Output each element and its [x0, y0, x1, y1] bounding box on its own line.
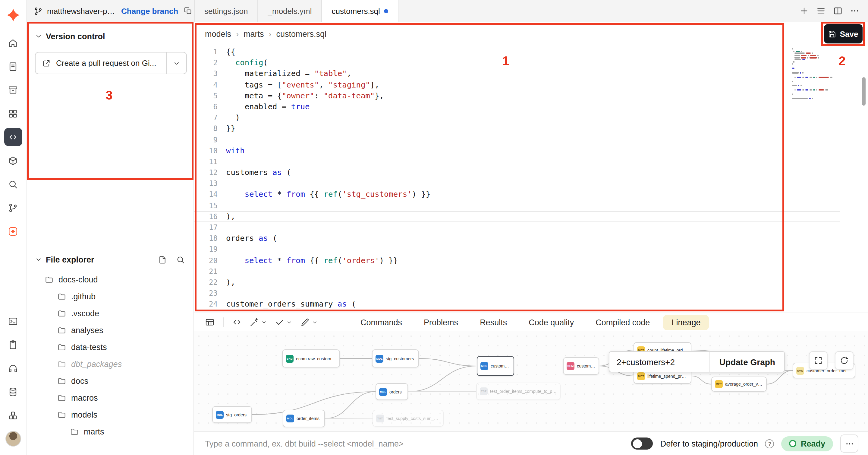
rail-item-clipboard[interactable]	[4, 336, 22, 353]
refresh-graph-button[interactable]	[835, 351, 854, 370]
code-line-23[interactable]: 23	[194, 288, 840, 299]
code-line-12[interactable]: 12customers as (	[194, 167, 840, 178]
file-explorer-header[interactable]: File explorer	[27, 250, 193, 268]
rail-item-code-editor[interactable]	[4, 128, 22, 146]
code-line-8[interactable]: 8}}	[194, 123, 840, 134]
code-line-11[interactable]: 11	[194, 156, 840, 167]
file-tree-item-.github[interactable]: .github	[27, 288, 193, 305]
code-line-14[interactable]: 14 select * from {{ ref('stg_customers')…	[194, 189, 840, 200]
command-input[interactable]	[204, 438, 624, 449]
bottom-tab-code-quality[interactable]: Code quality	[520, 315, 582, 330]
create-pr-button[interactable]: Create a pull request on Gi...	[36, 53, 166, 74]
rail-item-cube[interactable]	[4, 151, 22, 170]
file-tree-item-dbt_packages[interactable]: dbt_packages	[27, 356, 193, 372]
fullscreen-button[interactable]	[809, 351, 828, 370]
lineage-node-customers[interactable]: SEMcustomers	[563, 357, 599, 375]
code-line-16[interactable]: 16),	[194, 211, 840, 222]
file-tree-item-data-tests[interactable]: data-tests	[27, 339, 193, 356]
rail-item-git-branch[interactable]	[4, 199, 22, 217]
code-line-18[interactable]: 18orders as (	[194, 233, 840, 244]
rail-item-dbt-cloud[interactable]	[4, 222, 22, 240]
lineage-node-orders[interactable]: MDLorders	[375, 383, 408, 400]
code-line-21[interactable]: 21	[194, 266, 840, 277]
more-options-button[interactable]	[840, 434, 858, 453]
tab-_models.yml[interactable]: _models.yml	[258, 0, 322, 22]
rail-item-profile[interactable]	[4, 430, 22, 448]
rail-item-grid[interactable]	[4, 105, 22, 122]
file-tree-item-models[interactable]: models	[27, 406, 193, 423]
lineage-node-stg_orders[interactable]: MDLstg_orders	[212, 406, 252, 423]
fix-button[interactable]	[299, 316, 319, 328]
lineage-node-order_items[interactable]: MDLorder_items	[283, 410, 325, 427]
copy-branch-button[interactable]	[184, 7, 192, 15]
rail-item-boxes[interactable]	[4, 406, 22, 424]
code-line-6[interactable]: 6 enabled = true	[194, 102, 840, 112]
save-button[interactable]: Save	[824, 24, 863, 44]
update-graph-button[interactable]: Update Graph	[710, 352, 784, 372]
lineage-node-stg_customers[interactable]: MDLstg_customers	[372, 349, 419, 368]
version-control-header[interactable]: Version control	[35, 28, 185, 44]
defer-toggle[interactable]	[631, 437, 653, 450]
code-line-9[interactable]: 9	[194, 134, 840, 145]
lint-button[interactable]	[274, 316, 293, 328]
code-line-17[interactable]: 17	[194, 222, 840, 233]
rail-item-terminal[interactable]	[4, 312, 22, 330]
code-line-3[interactable]: 3 materialized = "table",	[194, 68, 840, 79]
code-line-13[interactable]: 13	[194, 178, 840, 189]
code-line-1[interactable]: 1{{	[194, 47, 840, 57]
change-branch-link[interactable]: Change branch	[121, 6, 178, 16]
help-icon[interactable]: ?	[765, 439, 774, 448]
table-button[interactable]	[204, 316, 216, 328]
tab-settings.json[interactable]: settings.json	[194, 0, 258, 22]
file-tree-item-docs[interactable]: docs	[27, 372, 193, 389]
ellipsis-icon[interactable]	[850, 6, 860, 16]
rail-item-database[interactable]	[4, 382, 22, 401]
file-tree-item-analyses[interactable]: analyses	[27, 322, 193, 339]
rail-item-search[interactable]	[4, 175, 22, 193]
code-line-10[interactable]: 10with	[194, 145, 840, 156]
lineage-node-ecom.raw_customers[interactable]: SRCecom.raw_customers	[282, 349, 340, 368]
plus-icon[interactable]	[799, 6, 809, 16]
tab-customers.sql[interactable]: customers.sql	[322, 0, 398, 22]
code-line-19[interactable]: 19	[194, 244, 840, 255]
format-button[interactable]	[248, 316, 268, 328]
rail-item-home[interactable]	[4, 34, 22, 52]
minimap[interactable]	[792, 48, 841, 99]
file-tree-item-docs-cloud[interactable]: docs-cloud	[27, 271, 193, 288]
lineage-node-test_order_items_compute_to_pools_correctly[interactable]: TSTtest_order_items_compute_to_pools_cor…	[476, 382, 561, 400]
file-tree-item-.vscode[interactable]: .vscode	[27, 305, 193, 322]
code-button[interactable]	[231, 316, 243, 328]
rail-item-headphones[interactable]	[4, 359, 22, 377]
bottom-tab-commands[interactable]: Commands	[352, 315, 410, 330]
rail-item-dbt-logo[interactable]	[4, 6, 22, 24]
rail-item-archive[interactable]	[4, 81, 22, 99]
code-line-20[interactable]: 20 select * from {{ ref('orders') }}	[194, 255, 840, 266]
bottom-tab-lineage[interactable]: Lineage	[663, 315, 709, 330]
code-line-15[interactable]: 15	[194, 200, 840, 211]
lineage-node-test_supply_costs_sum_correctly[interactable]: TSTtest_supply_costs_sum_correctly	[373, 410, 444, 427]
code-line-24[interactable]: 24customer_orders_summary as (	[194, 299, 840, 310]
list-icon[interactable]	[816, 6, 826, 16]
breadcrumb-item[interactable]: models	[205, 29, 231, 38]
bottom-tab-compiled-code[interactable]: Compiled code	[587, 315, 658, 330]
new-file-icon[interactable]	[158, 255, 167, 264]
breadcrumb-item[interactable]: marts	[244, 29, 264, 38]
breadcrumb-item[interactable]: customers.sql	[276, 29, 327, 38]
bottom-tab-results[interactable]: Results	[471, 315, 516, 330]
lineage-selector-input[interactable]	[610, 352, 710, 372]
search-icon[interactable]	[176, 255, 185, 264]
rail-item-notebook[interactable]	[4, 57, 22, 76]
lineage-node-customers[interactable]: MDLcustomers	[477, 356, 514, 376]
split-icon[interactable]	[833, 6, 843, 16]
create-pr-dropdown[interactable]	[166, 53, 186, 74]
bottom-tab-problems[interactable]: Problems	[415, 315, 467, 330]
editor-scrollbar[interactable]	[862, 77, 866, 106]
code-line-4[interactable]: 4 tags = ["events", "staging"],	[194, 79, 840, 90]
file-tree-item-marts[interactable]: marts	[27, 423, 193, 440]
file-tree-item-macros[interactable]: macros	[27, 389, 193, 406]
code-editor[interactable]: 1{{2 config(3 materialized = "table",4 t…	[194, 47, 840, 313]
code-line-5[interactable]: 5 meta = {"owner": "data-team"},	[194, 90, 840, 102]
code-line-22[interactable]: 22),	[194, 277, 840, 288]
code-line-7[interactable]: 7 )	[194, 112, 840, 123]
code-line-2[interactable]: 2 config(	[194, 57, 840, 68]
